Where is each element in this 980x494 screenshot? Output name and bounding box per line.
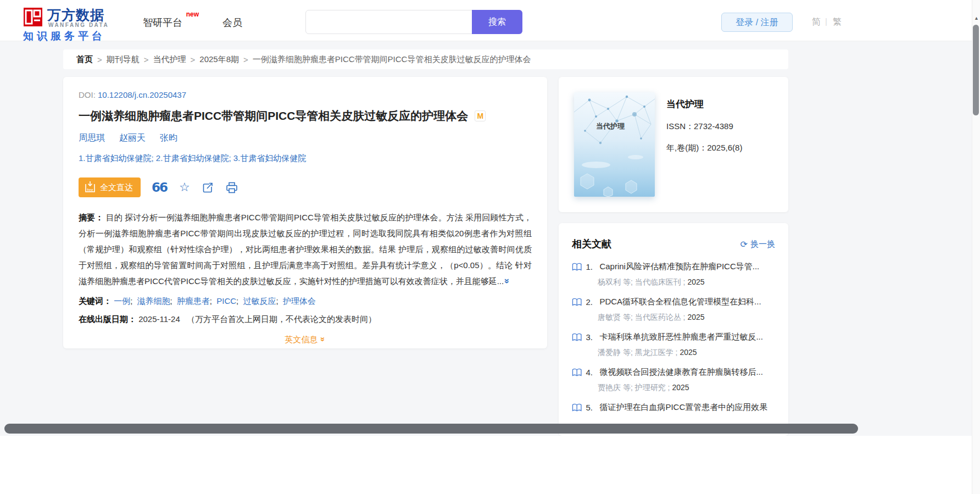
nav-member[interactable]: 会员 (222, 16, 242, 29)
related-item: 2. PDCA循环联合全程信息化管理模型在妇科... 唐敏贤 等; 当代医药论丛… (572, 297, 775, 323)
medical-badge: M (475, 110, 486, 121)
author-link[interactable]: 赵丽天 (119, 132, 146, 144)
affiliation-link[interactable]: 甘肃省妇幼保健院 (86, 153, 152, 163)
author-list: 周思琪 赵丽天 张昀 (79, 132, 532, 144)
breadcrumb-current-article: 一例滋养细胞肿瘤患者PICC带管期间PICC导管相关皮肤过敏反应的护理体会 (253, 54, 531, 65)
favorite-star-icon[interactable]: ☆ (179, 181, 190, 193)
keyword-link[interactable]: 一例 (114, 296, 130, 306)
book-icon (572, 403, 582, 412)
keyword-link[interactable]: 护理体会 (283, 296, 316, 306)
expand-english-info-icon[interactable]: » (319, 337, 328, 341)
lang-traditional-toggle[interactable]: 繁 (833, 16, 842, 28)
breadcrumb-separator: > (144, 55, 149, 64)
related-article-link[interactable]: Caprini风险评估精准预防在肿瘤PICC导管... (599, 262, 775, 272)
related-literature-card: 相关文献 ⟳ 换一换 1. Caprini风险评估精准预防在肿瘤PICC导管..… (559, 223, 788, 436)
affiliation-link[interactable]: 甘肃省妇幼保健院 (163, 153, 229, 163)
doi-link[interactable]: 10.12208/j.cn.20250437 (98, 90, 186, 99)
english-info-toggle: 英文信息 » (79, 335, 532, 345)
journal-info-card: 当代护理 当代护理 ISSN：2732-4389 年,卷(期)：2025,6(8… (559, 77, 788, 212)
keyword-link[interactable]: 滋养细胞 (137, 296, 170, 306)
vertical-scrollbar[interactable] (973, 25, 979, 115)
horizontal-scrollbar[interactable] (4, 424, 858, 434)
article-title: 一例滋养细胞肿瘤患者PICC带管期间PICC导管相关皮肤过敏反应的护理体会 (79, 108, 468, 124)
online-date-value: 2025-11-24 (138, 314, 180, 324)
affiliation-list: 1.甘肃省妇幼保健院; 2.甘肃省妇幼保健院; 3.甘肃省妇幼保健院 (79, 153, 532, 164)
keywords-label: 关键词： (79, 296, 112, 306)
breadcrumb-issue[interactable]: 2025年8期 (199, 54, 239, 65)
affiliation-num: 2. (156, 153, 163, 163)
svg-text:当代护理: 当代护理 (596, 122, 625, 130)
related-item: 4. 微视频联合回授法健康教育在肿瘤脑转移后... 贾艳庆 等; 护理研究 ;2… (572, 367, 775, 393)
related-item: 3. 卡瑞利珠单抗致肝恶性肿瘤患者严重过敏反... 潘爱静 等; 黑龙江医学 ;… (572, 332, 775, 358)
breadcrumb-home[interactable]: 首页 (76, 54, 93, 65)
book-icon (572, 298, 582, 307)
journal-cover[interactable]: 当代护理 (574, 92, 655, 197)
related-item: 1. Caprini风险评估精准预防在肿瘤PICC导管... 杨双利 等; 当代… (572, 262, 775, 287)
journal-name-link[interactable]: 当代护理 (666, 98, 742, 110)
share-export-icon[interactable] (202, 182, 214, 193)
article-toolbar: free 全文直达 66 ☆ (79, 177, 532, 197)
article-title-row: 一例滋养细胞肿瘤患者PICC带管期间PICC导管相关皮肤过敏反应的护理体会 M (79, 108, 532, 124)
journal-issn: ISSN：2732-4389 (666, 121, 742, 132)
book-icon (572, 368, 582, 377)
affiliation-num: 3. (233, 153, 241, 163)
affiliation-num: 1. (79, 153, 86, 163)
online-date-note: （万方平台首次上网日期，不代表论文的发表时间） (187, 314, 376, 324)
keywords-line: 关键词： 一例; 滋养细胞; 肿瘤患者; PICC; 过敏反应; 护理体会 (79, 296, 532, 307)
article-detail-card: DOI: 10.12208/j.cn.20250437 一例滋养细胞肿瘤患者PI… (63, 77, 547, 348)
breadcrumb-journal[interactable]: 当代护理 (153, 54, 186, 65)
keyword-link[interactable]: 肿瘤患者 (177, 296, 210, 306)
related-article-link[interactable]: 循证护理在白血病PICC置管患者中的应用效果 (599, 402, 775, 413)
search-button[interactable]: 搜索 (472, 10, 522, 34)
book-icon (572, 263, 582, 271)
action-icons: 66 ☆ (152, 181, 238, 194)
top-header: 万方数据 WANFANG DATA 知识服务平台 智研平台 new 会员 搜索 … (0, 0, 980, 41)
abstract-label: 摘要： (79, 213, 103, 222)
wanfang-logo-icon (23, 7, 43, 27)
lang-simplified-toggle[interactable]: 简 (812, 16, 821, 28)
nav-zhiyan-platform[interactable]: 智研平台 new (143, 16, 182, 29)
breadcrumb: 首页 > 期刊导航 > 当代护理 > 2025年8期 > 一例滋养细胞肿瘤患者P… (63, 49, 788, 69)
doi-line: DOI: 10.12208/j.cn.20250437 (79, 90, 532, 99)
related-header: 相关文献 ⟳ 换一换 (572, 237, 775, 251)
breadcrumb-journal-nav[interactable]: 期刊导航 (107, 54, 140, 65)
refresh-icon: ⟳ (740, 239, 748, 249)
journal-meta: 当代护理 ISSN：2732-4389 年,卷(期)：2025,6(8) (666, 98, 742, 153)
keyword-link[interactable]: PICC (216, 296, 236, 306)
breadcrumb-separator: > (243, 55, 248, 64)
online-date-label: 在线出版日期： (79, 314, 136, 324)
fulltext-button-label: 全文直达 (100, 182, 133, 193)
scroll-up-arrow-icon[interactable]: ▲ (974, 15, 979, 21)
search-bar: 搜索 (305, 10, 522, 34)
refresh-related-button[interactable]: ⟳ 换一换 (740, 239, 775, 249)
author-link[interactable]: 张昀 (160, 132, 177, 144)
expand-abstract-icon[interactable]: » (499, 279, 515, 284)
login-register-button[interactable]: 登录 / 注册 (721, 13, 793, 32)
cite-icon[interactable]: 66 (152, 181, 167, 194)
search-input[interactable] (306, 10, 472, 34)
author-link[interactable]: 周思琪 (79, 132, 105, 144)
print-icon[interactable] (226, 182, 238, 193)
related-article-link[interactable]: PDCA循环联合全程信息化管理模型在妇科... (599, 297, 775, 307)
brand-subtitle: 知识服务平台 (23, 29, 105, 43)
bottom-whitespace (0, 436, 980, 494)
related-article-link[interactable]: 卡瑞利珠单抗致肝恶性肿瘤患者严重过敏反... (599, 332, 775, 342)
related-article-link[interactable]: 微视频联合回授法健康教育在肿瘤脑转移后... (599, 367, 775, 378)
affiliation-separator: ; (152, 153, 156, 163)
online-date-line: 在线出版日期： 2025-11-24 （万方平台首次上网日期，不代表论文的发表时… (79, 314, 532, 325)
keyword-link[interactable]: 过敏反应 (243, 296, 276, 306)
breadcrumb-separator: > (97, 55, 102, 64)
abstract-text: 目的 探讨分析一例滋养细胞肿瘤患者PICC带管期间PICC导管相关皮肤过敏反应的… (79, 213, 532, 286)
journal-volume: 年,卷(期)：2025,6(8) (666, 143, 742, 153)
related-list: 1. Caprini风险评估精准预防在肿瘤PICC导管... 杨双利 等; 当代… (572, 262, 775, 422)
doi-label: DOI: (79, 90, 96, 99)
english-info-label[interactable]: 英文信息 (285, 335, 318, 344)
fulltext-access-button[interactable]: free 全文直达 (79, 177, 141, 197)
affiliation-separator: ; (229, 153, 233, 163)
brand-name-en: WANFANG DATA (48, 22, 109, 28)
affiliation-link[interactable]: 甘肃省妇幼保健院 (240, 153, 306, 163)
svg-text:free: free (87, 188, 93, 192)
book-icon (572, 333, 582, 342)
breadcrumb-separator: > (191, 55, 196, 64)
related-title: 相关文献 (572, 237, 611, 251)
